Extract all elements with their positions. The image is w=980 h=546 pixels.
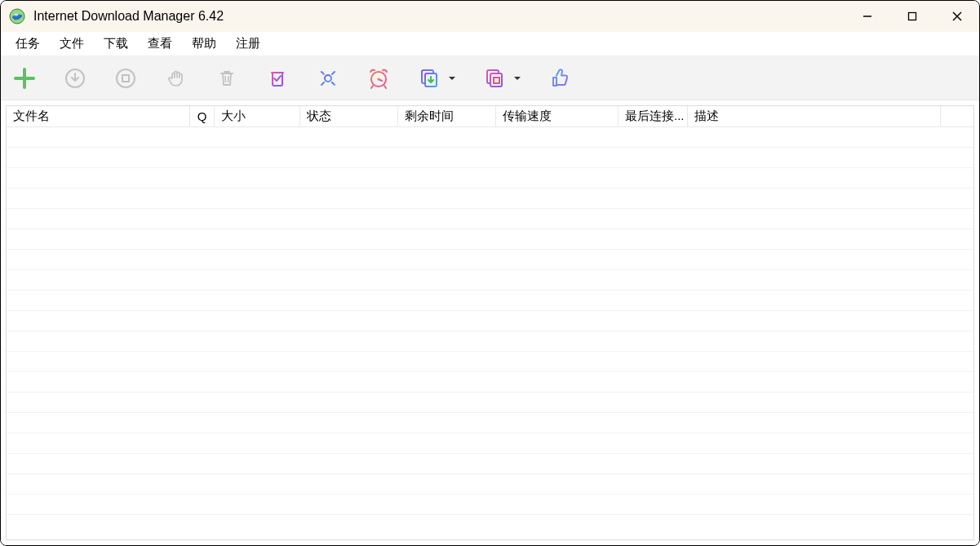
- hand-icon: [164, 66, 188, 91]
- content-area: 文件名 Q 大小 状态 剩余时间 传输速度 最后连接... 描述: [1, 100, 979, 545]
- resume-button[interactable]: [61, 64, 89, 92]
- svg-line-20: [332, 72, 335, 74]
- menu-help[interactable]: 帮助: [182, 33, 226, 55]
- options-button[interactable]: [314, 64, 342, 92]
- table-row[interactable]: [7, 413, 973, 433]
- stop-queue-button[interactable]: [481, 64, 508, 92]
- col-description[interactable]: 描述: [688, 106, 941, 127]
- svg-point-9: [117, 69, 135, 87]
- app-logo-icon: [9, 8, 25, 24]
- table-row[interactable]: [7, 352, 973, 372]
- table-row[interactable]: [7, 454, 973, 474]
- col-lastconnect[interactable]: 最后连接...: [619, 106, 688, 127]
- add-url-button[interactable]: [11, 64, 38, 92]
- table-row[interactable]: [7, 168, 973, 189]
- clock-alarm-icon: [365, 66, 392, 91]
- col-size[interactable]: 大小: [215, 106, 300, 127]
- table-body[interactable]: [7, 127, 973, 539]
- thumbs-up-icon: [548, 66, 572, 91]
- col-status[interactable]: 状态: [300, 106, 398, 127]
- table-row[interactable]: [7, 250, 973, 270]
- table-row[interactable]: [7, 270, 973, 291]
- gear-icon: [316, 66, 340, 91]
- stop-button[interactable]: [112, 64, 140, 92]
- svg-point-1: [15, 13, 19, 16]
- table-row[interactable]: [7, 372, 973, 393]
- svg-line-27: [384, 86, 386, 88]
- trash-check-icon: [265, 66, 290, 91]
- table-row[interactable]: [7, 331, 973, 352]
- start-queue-button[interactable]: [415, 64, 443, 92]
- scheduler-button[interactable]: [365, 64, 392, 92]
- col-spacer: [941, 106, 973, 127]
- svg-rect-10: [122, 75, 129, 82]
- stop-queue-dropdown[interactable]: [512, 64, 523, 92]
- title-bar: Internet Download Manager 6.42: [1, 1, 979, 32]
- download-circle-icon: [63, 66, 87, 91]
- col-speed[interactable]: 传输速度: [496, 106, 619, 127]
- delete-button[interactable]: [213, 64, 241, 92]
- window-title: Internet Download Manager 6.42: [33, 9, 224, 24]
- menu-view[interactable]: 查看: [138, 33, 182, 55]
- col-timeleft[interactable]: 剩余时间: [398, 106, 496, 127]
- menu-register[interactable]: 注册: [226, 33, 270, 55]
- table-row[interactable]: [7, 291, 973, 311]
- start-queue-dropdown[interactable]: [446, 64, 458, 92]
- table-row[interactable]: [7, 393, 973, 413]
- app-window: Internet Download Manager 6.42 任务 文件 下载 …: [0, 0, 980, 546]
- plus-icon: [12, 66, 37, 91]
- table-row[interactable]: [7, 189, 973, 209]
- svg-line-19: [332, 82, 335, 85]
- menu-file[interactable]: 文件: [50, 33, 94, 55]
- delete-completed-button[interactable]: [264, 64, 291, 92]
- table-row[interactable]: [7, 209, 973, 229]
- like-button[interactable]: [546, 64, 574, 92]
- svg-line-12: [228, 76, 229, 82]
- svg-line-21: [321, 82, 324, 85]
- table-header: 文件名 Q 大小 状态 剩余时间 传输速度 最后连接... 描述: [7, 106, 973, 127]
- queue-stop-icon: [482, 66, 507, 91]
- stop-circle-icon: [113, 66, 138, 91]
- chevron-down-icon: [447, 73, 457, 83]
- table-row[interactable]: [7, 495, 973, 515]
- queue-download-icon: [417, 66, 441, 91]
- menu-bar: 任务 文件 下载 查看 帮助 注册: [1, 32, 979, 56]
- menu-downloads[interactable]: 下载: [94, 33, 138, 55]
- svg-line-11: [225, 76, 226, 82]
- trash-icon: [215, 66, 239, 91]
- col-filename[interactable]: 文件名: [7, 106, 190, 127]
- table-row[interactable]: [7, 229, 973, 250]
- table-row[interactable]: [7, 311, 973, 331]
- table-row[interactable]: [7, 433, 973, 454]
- toolbar: [1, 56, 979, 100]
- minimize-button[interactable]: [845, 1, 889, 32]
- svg-line-18: [321, 72, 324, 74]
- chevron-down-icon: [512, 73, 522, 83]
- table-row[interactable]: [7, 127, 973, 148]
- stop-all-button[interactable]: [162, 64, 190, 92]
- svg-rect-3: [908, 13, 916, 20]
- svg-line-25: [379, 79, 382, 81]
- menu-tasks[interactable]: 任务: [6, 33, 50, 55]
- close-button[interactable]: [934, 1, 979, 32]
- svg-line-26: [371, 86, 373, 88]
- table-row[interactable]: [7, 148, 973, 168]
- col-queue[interactable]: Q: [190, 106, 215, 127]
- svg-point-13: [325, 75, 331, 82]
- table-row[interactable]: [7, 474, 973, 495]
- downloads-table: 文件名 Q 大小 状态 剩余时间 传输速度 最后连接... 描述: [6, 105, 974, 540]
- maximize-button[interactable]: [889, 1, 934, 32]
